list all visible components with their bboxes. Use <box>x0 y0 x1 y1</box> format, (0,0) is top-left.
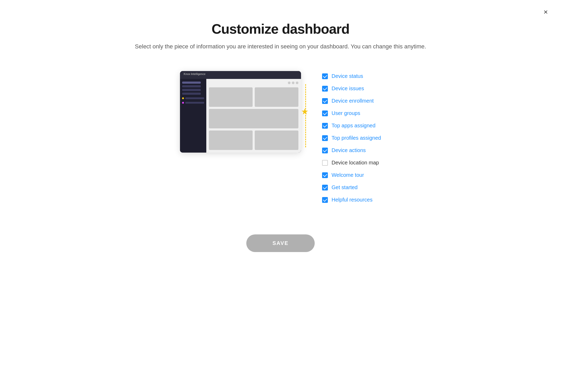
checkbox-welcome-tour[interactable] <box>322 172 328 178</box>
window-ctrl-1 <box>288 82 290 84</box>
sidebar-dot-item-1 <box>182 97 204 99</box>
checkbox-item-helpful-resources[interactable]: Helpful resources <box>322 197 381 203</box>
mockup-brand: Knox Intelligence <box>183 73 206 76</box>
mockup-card-2 <box>255 87 298 107</box>
checkbox-device-issues[interactable] <box>322 86 328 92</box>
checkbox-label-top-apps-assigned: Top apps assigned <box>332 123 375 129</box>
checkbox-top-profiles-assigned[interactable] <box>322 135 328 141</box>
sidebar-row-4 <box>182 93 201 95</box>
page-subtitle: Select only the piece of information you… <box>135 43 426 50</box>
checkbox-device-status[interactable] <box>322 73 328 79</box>
checkbox-label-get-started: Get started <box>332 184 358 190</box>
checkbox-item-device-actions[interactable]: Device actions <box>322 147 381 153</box>
checkbox-item-device-location-map[interactable]: Device location map <box>322 160 381 166</box>
checkbox-label-device-issues: Device issues <box>332 86 364 92</box>
checkbox-item-welcome-tour[interactable]: Welcome tour <box>322 172 381 178</box>
close-icon: × <box>544 8 548 16</box>
sidebar-row-3 <box>182 89 201 91</box>
checkbox-item-device-issues[interactable]: Device issues <box>322 86 381 92</box>
sidebar-dot-item-2 <box>182 102 204 104</box>
checkbox-user-groups[interactable] <box>322 110 328 116</box>
checkbox-item-top-apps-assigned[interactable]: Top apps assigned <box>322 123 381 129</box>
star-icon: ★ <box>301 107 309 117</box>
checkbox-label-welcome-tour: Welcome tour <box>332 172 364 178</box>
checkbox-label-device-location-map: Device location map <box>332 160 379 166</box>
checkbox-label-user-groups: User groups <box>332 110 360 116</box>
checkbox-label-top-profiles-assigned: Top profiles assigned <box>332 135 381 141</box>
mockup-card-4 <box>209 130 253 150</box>
page-title: Customize dashboard <box>212 21 349 37</box>
checkbox-item-device-status[interactable]: Device status <box>322 73 381 79</box>
checkbox-item-device-enrollment[interactable]: Device enrollment <box>322 98 381 104</box>
checkbox-item-top-profiles-assigned[interactable]: Top profiles assigned <box>322 135 381 141</box>
close-button[interactable]: × <box>541 7 550 17</box>
checkbox-label-device-actions: Device actions <box>332 147 366 153</box>
checkbox-device-location-map[interactable] <box>322 160 328 166</box>
checkbox-helpful-resources[interactable] <box>322 197 328 203</box>
checkbox-top-apps-assigned[interactable] <box>322 123 328 129</box>
mockup-card-1 <box>209 87 253 107</box>
checkbox-list: Device statusDevice issuesDevice enrollm… <box>322 71 381 203</box>
window-ctrl-3 <box>296 82 298 84</box>
checkbox-device-enrollment[interactable] <box>322 98 328 104</box>
sidebar-row-1 <box>182 82 201 84</box>
save-button[interactable]: SAVE <box>246 234 315 252</box>
sidebar-row-2 <box>182 85 201 87</box>
dashboard-mockup: Knox Intelligence <box>180 71 301 153</box>
window-ctrl-2 <box>292 82 294 84</box>
checkbox-device-actions[interactable] <box>322 148 328 153</box>
checkbox-label-device-status: Device status <box>332 73 363 79</box>
checkbox-label-helpful-resources: Helpful resources <box>332 197 373 203</box>
mockup-card-3 <box>209 109 298 128</box>
checkbox-item-user-groups[interactable]: User groups <box>322 110 381 116</box>
checkbox-label-device-enrollment: Device enrollment <box>332 98 374 104</box>
checkbox-get-started[interactable] <box>322 185 328 190</box>
checkbox-item-get-started[interactable]: Get started <box>322 184 381 190</box>
mockup-card-5 <box>255 130 298 150</box>
